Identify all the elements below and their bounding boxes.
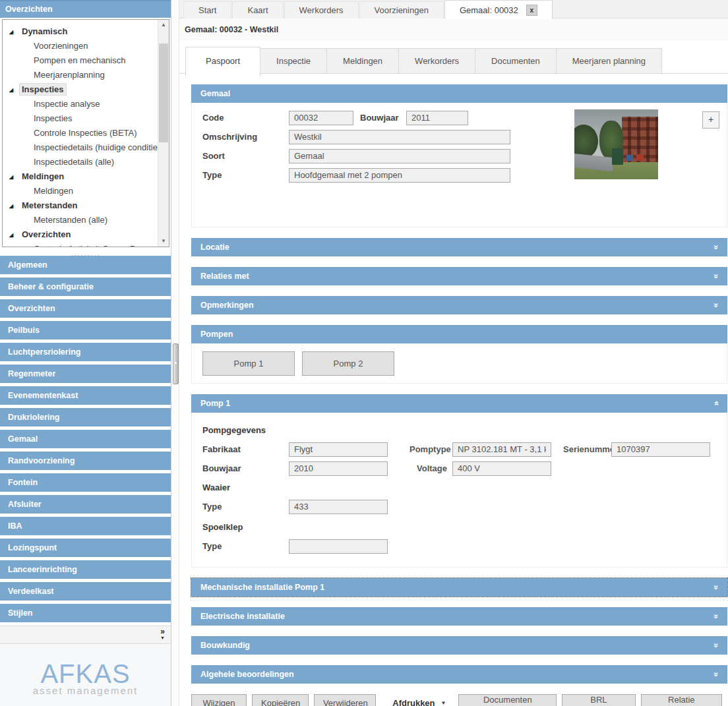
chevron-down-icon[interactable]: » bbox=[706, 643, 725, 647]
fabrikaat-field[interactable] bbox=[289, 442, 388, 457]
tree-expander-icon[interactable]: ◢ bbox=[9, 170, 20, 185]
tree-item[interactable]: Meerjarenplanning bbox=[3, 68, 158, 82]
sidebar-splitter[interactable] bbox=[172, 0, 179, 706]
accordion-item[interactable]: Algemeen bbox=[0, 256, 171, 274]
relatie-toevoegen-button[interactable]: Relatie toevoege bbox=[641, 694, 722, 706]
scroll-up-icon[interactable]: ▲ bbox=[158, 20, 169, 30]
chevron-down-icon[interactable]: » bbox=[706, 585, 725, 589]
accordion-item[interactable]: Regenmeter bbox=[0, 365, 171, 383]
tree-item[interactable]: Inspecties bbox=[3, 111, 158, 126]
pomp1-button[interactable]: Pomp 1 bbox=[202, 351, 295, 376]
section-locatie: Locatie» bbox=[191, 238, 727, 256]
tab-meldingen[interactable]: Meldingen bbox=[326, 48, 399, 74]
tab-werkorders-detail[interactable]: Werkorders bbox=[398, 48, 475, 74]
tree-item[interactable]: Meldingen bbox=[3, 184, 158, 198]
tree-expander-icon[interactable]: ◢ bbox=[9, 83, 20, 98]
bouwjaar-field[interactable] bbox=[406, 111, 468, 125]
section-header-relaties-met[interactable]: Relaties met» bbox=[191, 267, 727, 285]
tab-documenten[interactable]: Documenten bbox=[475, 48, 557, 74]
tree-expander-icon[interactable]: ◢ bbox=[9, 25, 20, 40]
section-header-gemaal[interactable]: Gemaal bbox=[191, 84, 727, 103]
accordion-item[interactable]: Drukriolering bbox=[0, 408, 171, 427]
section-header-locatie[interactable]: Locatie» bbox=[191, 238, 727, 256]
chevron-down-icon[interactable]: » bbox=[706, 303, 725, 307]
accordion-item[interactable]: Lozingspunt bbox=[0, 539, 171, 557]
kopieeren-button[interactable]: Kopieëren bbox=[252, 694, 309, 706]
tree-expander-icon[interactable]: ◢ bbox=[9, 228, 20, 243]
accordion-item[interactable]: Overzichten bbox=[0, 299, 171, 318]
tab-paspoort[interactable]: Paspoort bbox=[185, 47, 260, 76]
tree-item[interactable]: Controle Activiteit Comp. Pomp. bbox=[3, 242, 158, 247]
pomp2-button[interactable]: Pomp 2 bbox=[302, 351, 394, 376]
accordion-item[interactable]: Fontein bbox=[0, 473, 171, 492]
tree-node-dynamisch[interactable]: ◢Dynamisch bbox=[3, 24, 158, 39]
tree-item[interactable]: Meterstanden (alle) bbox=[3, 213, 158, 227]
tab-kaart[interactable]: Kaart bbox=[232, 1, 283, 18]
accordion-item[interactable]: IBA bbox=[0, 517, 171, 535]
brl-benaming-button[interactable]: BRL benaming bbox=[562, 694, 636, 706]
accordion-overflow-button[interactable]: »▼ bbox=[160, 628, 165, 640]
tree-item[interactable]: Pompen en mechanisch bbox=[3, 53, 158, 68]
chevron-down-icon[interactable]: » bbox=[706, 274, 725, 278]
afdrukken-dropdown[interactable]: Afdrukken▼ bbox=[392, 698, 446, 706]
tab-start[interactable]: Start bbox=[183, 1, 231, 18]
accordion-item[interactable]: Gemaal bbox=[0, 430, 171, 448]
section-header-pomp1[interactable]: Pomp 1» bbox=[191, 394, 727, 413]
close-icon[interactable]: x bbox=[526, 5, 537, 16]
accordion-item[interactable]: Lanceerinrichting bbox=[0, 560, 171, 579]
tree-item[interactable]: Controle Inspecties (BETA) bbox=[3, 126, 158, 140]
section-header-opmerkingen[interactable]: Opmerkingen» bbox=[191, 296, 727, 314]
waaier-type-field[interactable] bbox=[289, 500, 388, 514]
tree-node-inspecties[interactable]: ◢Inspecties bbox=[3, 82, 158, 97]
accordion-item[interactable]: Beheer & configuratie bbox=[0, 278, 171, 296]
tree-splitter[interactable]: ········· bbox=[0, 248, 171, 254]
tab-werkorders[interactable]: Werkorders bbox=[284, 1, 359, 18]
photo-thumbnail[interactable] bbox=[574, 109, 658, 179]
tree-expander-icon[interactable]: ◢ bbox=[9, 199, 20, 214]
pomptype-field[interactable] bbox=[452, 442, 551, 457]
section-header-bouwkundig[interactable]: Bouwkundig» bbox=[191, 636, 727, 655]
tab-gemaal-00032[interactable]: Gemaal: 00032 x bbox=[444, 0, 553, 19]
accordion-item[interactable]: Afsluiter bbox=[0, 495, 171, 514]
tree-item[interactable]: Inspectie analyse bbox=[3, 97, 158, 111]
soort-field[interactable] bbox=[289, 149, 510, 163]
chevron-down-icon[interactable]: » bbox=[706, 245, 725, 249]
accordion-item[interactable]: Verdeelkast bbox=[0, 582, 171, 601]
wijzigen-button[interactable]: Wijzigen bbox=[191, 694, 247, 706]
accordion-item[interactable]: Randvoorziening bbox=[0, 452, 171, 470]
serienummer-field[interactable] bbox=[611, 442, 710, 457]
type-field[interactable] bbox=[289, 168, 510, 183]
tree-node-meldingen[interactable]: ◢Meldingen bbox=[3, 169, 158, 184]
accordion-item[interactable]: Evenementenkast bbox=[0, 386, 171, 405]
documenten-toevoegen-button[interactable]: Documenten toevoeg bbox=[458, 694, 557, 706]
accordion-item[interactable]: Luchtpersriolering bbox=[0, 343, 171, 361]
section-header-mechanische-installatie[interactable]: Mechanische installatie Pomp 1» bbox=[191, 578, 727, 597]
tree-scrollbar[interactable]: ▲ ▼ bbox=[158, 20, 169, 247]
tree-item[interactable]: Inspectiedetails (huidige conditie) bbox=[3, 140, 158, 155]
section-header-electrische-installatie[interactable]: Electrische installatie» bbox=[191, 607, 727, 626]
code-field[interactable] bbox=[289, 111, 353, 125]
tab-meerjaren-planning[interactable]: Meerjaren planning bbox=[556, 48, 662, 74]
chevron-down-icon[interactable]: » bbox=[706, 672, 725, 676]
accordion-item[interactable]: Peilbuis bbox=[0, 321, 171, 339]
omschrijving-field[interactable] bbox=[289, 130, 510, 144]
scrollbar-thumb[interactable] bbox=[159, 44, 168, 142]
voltage-field[interactable] bbox=[452, 461, 551, 476]
chevron-up-icon[interactable]: » bbox=[706, 401, 725, 405]
scroll-down-icon[interactable]: ▼ bbox=[158, 236, 169, 247]
accordion-item[interactable]: Stijlen bbox=[0, 604, 171, 622]
tree-item[interactable]: Voorzieningen bbox=[3, 39, 158, 53]
tree-node-overzichten[interactable]: ◢Overzichten bbox=[3, 227, 158, 242]
tab-inspectie[interactable]: Inspectie bbox=[260, 48, 327, 74]
tree-node-meterstanden[interactable]: ◢Meterstanden bbox=[3, 198, 158, 213]
section-header-algehele-beoordelingen[interactable]: Algehele beoordelingen» bbox=[191, 665, 727, 684]
add-photo-button[interactable]: + bbox=[702, 111, 719, 129]
pomp-bouwjaar-field[interactable] bbox=[289, 461, 388, 476]
section-header-pompen[interactable]: Pompen bbox=[191, 325, 727, 343]
verwijderen-button[interactable]: Verwijderen bbox=[314, 694, 376, 706]
sidebar-collapse-handle[interactable] bbox=[173, 343, 179, 384]
spoelklep-type-field[interactable] bbox=[289, 539, 388, 554]
chevron-down-icon[interactable]: » bbox=[706, 614, 725, 618]
tab-voorzieningen[interactable]: Voorzieningen bbox=[359, 1, 444, 18]
tree-item[interactable]: Inspectiedetails (alle) bbox=[3, 155, 158, 169]
